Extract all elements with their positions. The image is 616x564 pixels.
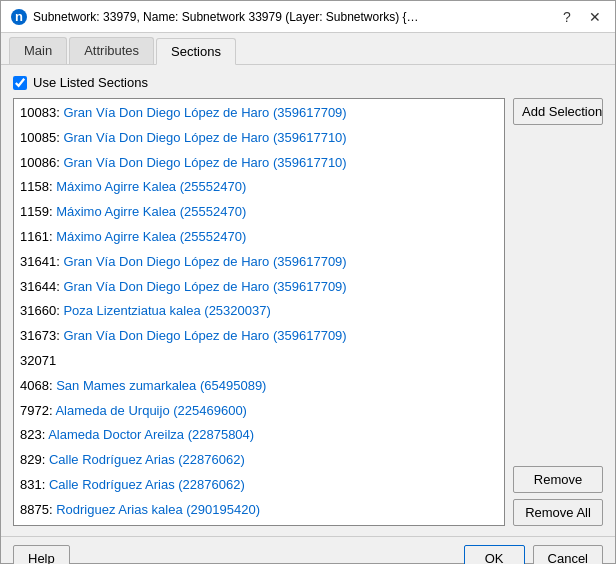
- item-id: 4068:: [20, 378, 56, 393]
- dialog-window: n Subnetwork: 33979, Name: Subnetwork 33…: [0, 0, 616, 564]
- list-item[interactable]: 8875: Rodriguez Arias kalea (290195420): [16, 498, 502, 523]
- list-item[interactable]: 31660: Poza Lizentziatua kalea (25320037…: [16, 299, 502, 324]
- tab-attributes[interactable]: Attributes: [69, 37, 154, 64]
- list-item[interactable]: 32071: [16, 349, 502, 374]
- cancel-button[interactable]: Cancel: [533, 545, 603, 564]
- item-link: Alameda de Urquijo (225469600): [55, 403, 247, 418]
- item-link: San Mames zumarkalea (65495089): [56, 378, 266, 393]
- side-bottom-buttons: Remove Remove All: [513, 466, 603, 526]
- item-id: 31644:: [20, 279, 63, 294]
- help-button[interactable]: Help: [13, 545, 70, 564]
- list-item[interactable]: 31644: Gran Vía Don Diego López de Haro …: [16, 275, 502, 300]
- title-bar-left: n Subnetwork: 33979, Name: Subnetwork 33…: [11, 9, 419, 25]
- tab-bar: Main Attributes Sections: [1, 33, 615, 65]
- item-link: Calle Rodríguez Arias (22876062): [49, 452, 245, 467]
- tab-main[interactable]: Main: [9, 37, 67, 64]
- footer-right: OK Cancel: [464, 545, 603, 564]
- item-plain: 32071: [20, 353, 56, 368]
- list-item[interactable]: 31641: Gran Vía Don Diego López de Haro …: [16, 250, 502, 275]
- sections-list[interactable]: 10083: Gran Vía Don Diego López de Haro …: [13, 98, 505, 526]
- tab-sections[interactable]: Sections: [156, 38, 236, 65]
- item-id: 1158:: [20, 179, 56, 194]
- item-link: Máximo Agirre Kalea (25552470): [56, 204, 246, 219]
- list-item[interactable]: 10085: Gran Vía Don Diego López de Haro …: [16, 126, 502, 151]
- list-item[interactable]: 1158: Máximo Agirre Kalea (25552470): [16, 175, 502, 200]
- footer: Help OK Cancel: [1, 536, 615, 564]
- list-item[interactable]: 1161: Máximo Agirre Kalea (25552470): [16, 225, 502, 250]
- list-item[interactable]: 829: Calle Rodríguez Arias (22876062): [16, 448, 502, 473]
- item-link: Gran Vía Don Diego López de Haro (359617…: [63, 328, 346, 343]
- item-id: 7972:: [20, 403, 55, 418]
- content-area: Use Listed Sections 10083: Gran Vía Don …: [1, 65, 615, 536]
- list-item[interactable]: 10086: Gran Vía Don Diego López de Haro …: [16, 151, 502, 176]
- side-top-buttons: Add Selection: [513, 98, 603, 125]
- remove-button[interactable]: Remove: [513, 466, 603, 493]
- title-bar: n Subnetwork: 33979, Name: Subnetwork 33…: [1, 1, 615, 33]
- item-id: 31673:: [20, 328, 63, 343]
- list-item[interactable]: 831: Calle Rodríguez Arias (22876062): [16, 473, 502, 498]
- item-link: Máximo Agirre Kalea (25552470): [56, 179, 246, 194]
- main-area: 10083: Gran Vía Don Diego López de Haro …: [13, 98, 603, 526]
- list-item[interactable]: 10083: Gran Vía Don Diego López de Haro …: [16, 101, 502, 126]
- remove-all-button[interactable]: Remove All: [513, 499, 603, 526]
- item-link: Poza Lizentziatua kalea (25320037): [63, 303, 270, 318]
- use-listed-sections-label: Use Listed Sections: [33, 75, 148, 90]
- item-id: 823:: [20, 427, 48, 442]
- use-listed-sections-checkbox[interactable]: [13, 76, 27, 90]
- item-link: Rodriguez Arias kalea (290195420): [56, 502, 260, 517]
- item-link: Gran Vía Don Diego López de Haro (359617…: [63, 155, 346, 170]
- item-link: Máximo Agirre Kalea (25552470): [56, 229, 246, 244]
- item-link: Alameda Doctor Areilza (22875804): [48, 427, 254, 442]
- item-id: 829:: [20, 452, 49, 467]
- item-id: 8875:: [20, 502, 56, 517]
- item-link: Calle Rodríguez Arias (22876062): [49, 477, 245, 492]
- side-buttons: Add Selection Remove Remove All: [513, 98, 603, 526]
- item-id: 10085:: [20, 130, 63, 145]
- item-id: 31660:: [20, 303, 63, 318]
- item-link: Gran Vía Don Diego López de Haro (359617…: [63, 105, 346, 120]
- item-id: 10086:: [20, 155, 63, 170]
- item-link: Gran Vía Don Diego López de Haro (359617…: [63, 130, 346, 145]
- list-item[interactable]: 7972: Alameda de Urquijo (225469600): [16, 399, 502, 424]
- item-id: 1161:: [20, 229, 56, 244]
- app-icon: n: [11, 9, 27, 25]
- item-id: 1159:: [20, 204, 56, 219]
- item-id: 10083:: [20, 105, 63, 120]
- list-item[interactable]: 1159: Máximo Agirre Kalea (25552470): [16, 200, 502, 225]
- list-item[interactable]: 4068: San Mames zumarkalea (65495089): [16, 374, 502, 399]
- add-selection-button[interactable]: Add Selection: [513, 98, 603, 125]
- item-id: 831:: [20, 477, 49, 492]
- list-item[interactable]: 31673: Gran Vía Don Diego López de Haro …: [16, 324, 502, 349]
- ok-button[interactable]: OK: [464, 545, 525, 564]
- title-bar-controls: ? ✕: [557, 7, 605, 27]
- item-id: 31641:: [20, 254, 63, 269]
- window-title: Subnetwork: 33979, Name: Subnetwork 3397…: [33, 10, 419, 24]
- item-link: Gran Vía Don Diego López de Haro (359617…: [63, 279, 346, 294]
- use-listed-sections-row: Use Listed Sections: [13, 75, 603, 90]
- list-item[interactable]: 823: Alameda Doctor Areilza (22875804): [16, 423, 502, 448]
- help-title-button[interactable]: ?: [557, 7, 577, 27]
- item-link: Gran Vía Don Diego López de Haro (359617…: [63, 254, 346, 269]
- close-button[interactable]: ✕: [585, 7, 605, 27]
